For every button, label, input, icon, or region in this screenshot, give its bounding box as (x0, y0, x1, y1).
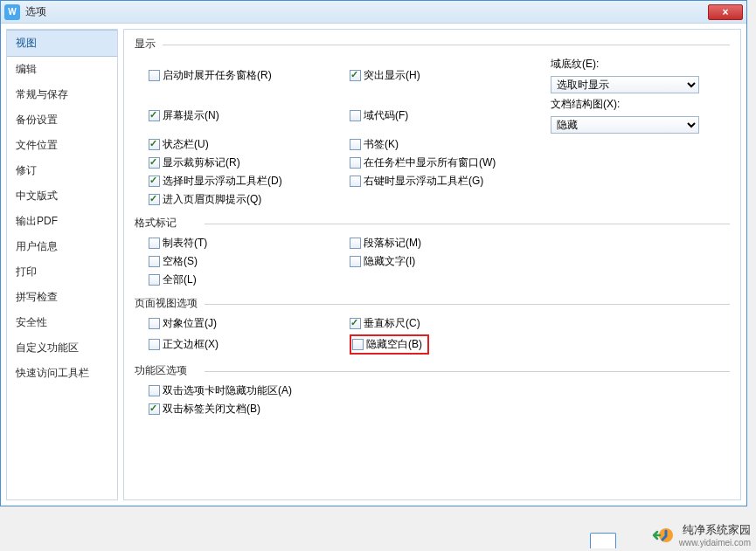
ribbon-0-checkbox[interactable] (149, 385, 160, 396)
display-c1-2[interactable]: 状态栏(U) (149, 137, 209, 152)
marks-c1-0[interactable]: 制表符(T) (149, 236, 207, 251)
app-icon: W (4, 4, 20, 20)
group-pageview: 页面视图选项 对象位置(J)垂直标尺(C)正文边框(X)隐藏空白(B) (135, 296, 730, 355)
display-combo-1[interactable]: 隐藏 (551, 116, 699, 134)
display-c1-0-checkbox[interactable] (149, 70, 160, 81)
display-c1-2-label: 状态栏(U) (163, 137, 209, 152)
sidebar-item-0[interactable]: 视图 (7, 30, 117, 57)
sidebar-item-5[interactable]: 修订 (7, 158, 117, 183)
display-c1-3-label: 显示裁剪标记(R) (163, 155, 240, 170)
group-marks: 格式标记 制表符(T)段落标记(M)空格(S)隐藏文字(I)全部(L) (135, 216, 730, 287)
pageview-c1-0[interactable]: 对象位置(J) (149, 316, 217, 331)
sidebar-item-10[interactable]: 拼写检查 (7, 285, 117, 310)
display-combo-label-1: 文档结构图(X): (551, 97, 725, 112)
marks-c2-1-label: 隐藏文字(I) (364, 254, 415, 269)
ribbon-0[interactable]: 双击选项卡时隐藏功能区(A) (149, 383, 292, 398)
ribbon-1-checkbox[interactable] (149, 403, 160, 415)
display-c2-4[interactable]: 右键时显示浮动工具栏(G) (350, 174, 483, 189)
pageview-c2-0-checkbox[interactable] (350, 318, 361, 329)
marks-c1-2[interactable]: 全部(L) (149, 272, 197, 287)
group-ribbon: 功能区选项 双击选项卡时隐藏功能区(A)双击标签关闭文档(B) (135, 363, 730, 417)
display-c2-0-label: 突出显示(H) (364, 68, 420, 83)
display-c2-4-label: 右键时显示浮动工具栏(G) (364, 174, 483, 189)
sidebar-item-3[interactable]: 备份设置 (7, 107, 117, 133)
pageview-c1-1-label: 正文边框(X) (163, 337, 218, 352)
pageview-c2-1-checkbox[interactable] (352, 339, 364, 350)
sidebar: 视图编辑常规与保存备份设置文件位置修订中文版式输出PDF用户信息打印拼写检查安全… (6, 29, 118, 500)
content: 视图编辑常规与保存备份设置文件位置修订中文版式输出PDF用户信息打印拼写检查安全… (1, 24, 746, 506)
marks-c2-0-checkbox[interactable] (350, 238, 361, 249)
group-title-pageview: 页面视图选项 (135, 296, 730, 311)
display-c2-4-checkbox[interactable] (350, 176, 361, 187)
sidebar-item-9[interactable]: 打印 (7, 259, 117, 285)
marks-c1-2-label: 全部(L) (163, 272, 197, 287)
display-c2-3[interactable]: 在任务栏中显示所有窗口(W) (350, 155, 496, 170)
main-panel: 显示 启动时展开任务窗格(R)突出显示(H)域底纹(E):选取时显示屏幕提示(N… (123, 29, 741, 500)
marks-c2-0-label: 段落标记(M) (364, 236, 421, 251)
dialog-title: 选项 (25, 4, 708, 19)
marks-c1-1-checkbox[interactable] (149, 256, 160, 267)
display-c1-0-label: 启动时展开任务窗格(R) (163, 68, 272, 83)
sidebar-item-7[interactable]: 输出PDF (7, 209, 117, 234)
display-c2-3-checkbox[interactable] (350, 157, 361, 169)
group-display: 显示 启动时展开任务窗格(R)突出显示(H)域底纹(E):选取时显示屏幕提示(N… (135, 37, 730, 207)
marks-c2-1-checkbox[interactable] (350, 256, 361, 267)
display-c1-0[interactable]: 启动时展开任务窗格(R) (149, 68, 272, 83)
watermark-text: 纯净系统家园 www.yidaimei.com (679, 522, 751, 548)
display-c2-1[interactable]: 域代码(F) (350, 108, 408, 123)
display-c2-0-checkbox[interactable] (350, 70, 361, 81)
display-c2-1-checkbox[interactable] (350, 110, 361, 121)
display-c1-3-checkbox[interactable] (149, 157, 160, 169)
ribbon-1[interactable]: 双击标签关闭文档(B) (149, 402, 260, 417)
sidebar-item-6[interactable]: 中文版式 (7, 183, 117, 209)
options-dialog: W 选项 × 视图编辑常规与保存备份设置文件位置修订中文版式输出PDF用户信息打… (0, 0, 747, 506)
pageview-c2-1[interactable]: 隐藏空白(B) (352, 337, 422, 352)
display-c2-0[interactable]: 突出显示(H) (350, 68, 420, 83)
sidebar-item-13[interactable]: 快速访问工具栏 (7, 361, 117, 386)
display-c1-1[interactable]: 屏幕提示(N) (149, 108, 219, 123)
marks-c1-0-checkbox[interactable] (149, 238, 160, 249)
display-c2-1-label: 域代码(F) (364, 108, 408, 123)
ribbon-1-label: 双击标签关闭文档(B) (163, 402, 260, 417)
titlebar: W 选项 × (1, 1, 746, 24)
display-c2-3-label: 在任务栏中显示所有窗口(W) (364, 155, 496, 170)
display-combo-label-0: 域底纹(E): (551, 57, 725, 72)
display-c1-5-checkbox[interactable] (149, 194, 160, 205)
display-c1-1-label: 屏幕提示(N) (163, 108, 219, 123)
watermark-sub: www.yidaimei.com (679, 538, 751, 548)
close-button[interactable]: × (708, 4, 743, 20)
marks-c1-0-label: 制表符(T) (163, 236, 207, 251)
display-c2-2[interactable]: 书签(K) (350, 137, 399, 152)
marks-c1-1[interactable]: 空格(S) (149, 254, 198, 269)
watermark-icon (651, 526, 674, 545)
sidebar-item-1[interactable]: 编辑 (7, 57, 117, 82)
sidebar-item-11[interactable]: 安全性 (7, 310, 117, 335)
marks-c1-2-checkbox[interactable] (149, 274, 160, 286)
display-c2-2-label: 书签(K) (364, 137, 399, 152)
display-c1-3[interactable]: 显示裁剪标记(R) (149, 155, 240, 170)
marks-c2-0[interactable]: 段落标记(M) (350, 236, 421, 251)
display-c1-4[interactable]: 选择时显示浮动工具栏(D) (149, 174, 282, 189)
sidebar-item-2[interactable]: 常规与保存 (7, 82, 117, 107)
sidebar-item-12[interactable]: 自定义功能区 (7, 335, 117, 361)
pageview-c2-1-label: 隐藏空白(B) (366, 337, 422, 352)
pageview-c1-1[interactable]: 正文边框(X) (149, 337, 218, 352)
display-c1-4-checkbox[interactable] (149, 176, 160, 187)
display-c1-5[interactable]: 进入页眉页脚提示(Q) (149, 192, 261, 207)
display-c1-2-checkbox[interactable] (149, 139, 160, 150)
group-title-display: 显示 (135, 37, 730, 52)
display-c2-2-checkbox[interactable] (350, 139, 361, 150)
display-combo-0[interactable]: 选取时显示 (551, 76, 699, 93)
pageview-c1-0-checkbox[interactable] (149, 318, 160, 329)
pageview-c1-1-checkbox[interactable] (149, 339, 160, 350)
group-title-ribbon: 功能区选项 (135, 363, 730, 378)
display-c1-1-checkbox[interactable] (149, 110, 160, 121)
pageview-c2-1-highlight: 隐藏空白(B) (350, 334, 429, 355)
ribbon-0-label: 双击选项卡时隐藏功能区(A) (163, 383, 292, 398)
pageview-c2-0[interactable]: 垂直标尺(C) (350, 316, 420, 331)
marks-c1-1-label: 空格(S) (163, 254, 198, 269)
sidebar-item-8[interactable]: 用户信息 (7, 234, 117, 259)
marks-c2-1[interactable]: 隐藏文字(I) (350, 254, 415, 269)
pageview-c1-0-label: 对象位置(J) (163, 316, 217, 331)
sidebar-item-4[interactable]: 文件位置 (7, 133, 117, 158)
